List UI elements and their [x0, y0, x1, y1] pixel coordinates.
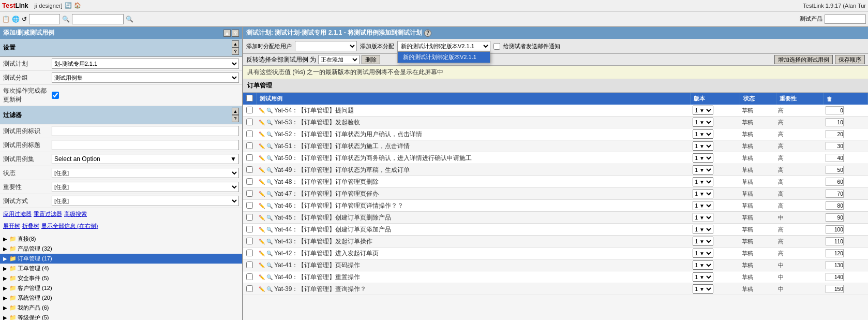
- edit-icon-7[interactable]: ✏️: [259, 191, 265, 197]
- delete-btn[interactable]: 删除: [362, 55, 380, 64]
- score-input-10[interactable]: [826, 225, 844, 234]
- tree-item-1[interactable]: ▶📁产品管理 (32): [0, 244, 242, 254]
- tree-item-6[interactable]: ▶📁系统管理 (20): [0, 293, 242, 303]
- tc-title-input[interactable]: [52, 140, 239, 150]
- row-checkbox-15[interactable]: [246, 285, 253, 292]
- version-select-8[interactable]: 1 ▼: [693, 201, 713, 210]
- apply-filter-link[interactable]: 应用过滤器: [3, 210, 32, 218]
- status-select2[interactable]: 正在添加: [318, 55, 360, 64]
- importance-select[interactable]: [任意]: [52, 182, 239, 192]
- row-checkbox-1[interactable]: [246, 119, 253, 125]
- view-icon-8[interactable]: 🔍: [266, 203, 273, 209]
- view-icon-12[interactable]: 🔍: [266, 251, 273, 256]
- assign-select[interactable]: [295, 41, 357, 51]
- row-checkbox-2[interactable]: [246, 130, 253, 137]
- edit-icon-1[interactable]: ✏️: [259, 120, 265, 125]
- score-input-13[interactable]: [826, 261, 844, 269]
- notify-checkbox[interactable]: [493, 43, 500, 50]
- tree-item-8[interactable]: ▶📁等级保护 (5): [0, 313, 242, 320]
- settings-help-btn[interactable]: ?: [232, 48, 239, 55]
- score-input-5[interactable]: [826, 166, 844, 174]
- edit-icon-8[interactable]: ✏️: [259, 203, 265, 209]
- edit-icon-13[interactable]: ✏️: [259, 263, 265, 268]
- icon-refresh[interactable]: 🔄: [65, 2, 72, 9]
- version-select-6[interactable]: 1 ▼: [693, 177, 713, 186]
- edit-icon-12[interactable]: ✏️: [259, 251, 265, 256]
- filter-collapse-btn[interactable]: ▲: [232, 108, 239, 115]
- filter-help-btn[interactable]: ?: [232, 115, 239, 122]
- version-select-5[interactable]: 1 ▼: [693, 165, 713, 174]
- row-checkbox-13[interactable]: [246, 261, 253, 268]
- advanced-search-link[interactable]: 高级搜索: [64, 210, 87, 218]
- row-checkbox-9[interactable]: [246, 214, 253, 221]
- search-go-icon[interactable]: 🔍: [126, 16, 133, 23]
- version-select-14[interactable]: 1 ▼: [693, 272, 713, 282]
- view-icon-3[interactable]: 🔍: [266, 143, 273, 149]
- tree-item-2[interactable]: ▶📁订单管理 (17): [0, 254, 242, 264]
- view-icon-4[interactable]: 🔍: [266, 155, 273, 161]
- score-input-7[interactable]: [826, 190, 844, 198]
- search-prefix-input[interactable]: Yat-: [29, 14, 60, 24]
- score-input-8[interactable]: [826, 201, 844, 210]
- edit-icon-2[interactable]: ✏️: [259, 132, 265, 137]
- view-icon-11[interactable]: 🔍: [266, 239, 273, 244]
- product-input[interactable]: [825, 14, 866, 24]
- version-select-13[interactable]: 1 ▼: [693, 260, 713, 270]
- edit-icon-15[interactable]: ✏️: [259, 286, 265, 292]
- score-input-15[interactable]: [826, 285, 844, 293]
- tc-suite-dropdown[interactable]: Select an Option ▼: [52, 154, 239, 164]
- score-input-1[interactable]: [826, 118, 844, 126]
- view-icon-10[interactable]: 🔍: [266, 227, 273, 232]
- version-select-11[interactable]: 1 ▼: [693, 237, 713, 246]
- test-plan-select[interactable]: 划-测试专用2.1.1: [52, 59, 239, 69]
- row-checkbox-8[interactable]: [246, 202, 253, 209]
- version-select-3[interactable]: 1 ▼: [693, 141, 713, 151]
- view-icon-0[interactable]: 🔍: [266, 108, 273, 113]
- score-input-6[interactable]: [826, 178, 844, 186]
- row-checkbox-4[interactable]: [246, 154, 253, 161]
- edit-icon-9[interactable]: ✏️: [259, 215, 265, 221]
- edit-icon-6[interactable]: ✏️: [259, 179, 265, 185]
- row-checkbox-10[interactable]: [246, 226, 253, 232]
- version-select-7[interactable]: 1 ▼: [693, 189, 713, 198]
- tree-item-5[interactable]: ▶📁客户管理 (12): [0, 283, 242, 293]
- collapse-tree-link[interactable]: 折叠树: [22, 222, 39, 230]
- row-checkbox-14[interactable]: [246, 273, 253, 280]
- left-panel-help-btn[interactable]: ?: [232, 30, 239, 37]
- view-icon-6[interactable]: 🔍: [266, 179, 273, 185]
- method-select[interactable]: [任意]: [52, 196, 239, 206]
- version-select-15[interactable]: 1 ▼: [693, 284, 713, 294]
- row-checkbox-0[interactable]: [246, 107, 253, 113]
- score-input-4[interactable]: [826, 154, 844, 162]
- view-icon-9[interactable]: 🔍: [266, 215, 273, 221]
- version-item-1[interactable]: 新的测试计划绑定版本V2.1.1: [398, 52, 490, 63]
- version-select-9[interactable]: 1 ▼: [693, 213, 713, 222]
- version-select-4[interactable]: 1 ▼: [693, 153, 713, 163]
- tree-item-0[interactable]: ▶📁直接(8): [0, 234, 242, 244]
- version-select-10[interactable]: 1 ▼: [693, 225, 713, 234]
- tree-item-3[interactable]: ▶📁工单管理 (4): [0, 264, 242, 273]
- edit-icon-3[interactable]: ✏️: [259, 143, 265, 149]
- left-panel-collapse-btn[interactable]: ▲: [223, 30, 231, 37]
- icon-home[interactable]: 🏠: [74, 2, 81, 9]
- row-checkbox-12[interactable]: [246, 250, 253, 256]
- add-btn[interactable]: 增加选择的测试用例: [774, 55, 833, 64]
- right-panel-help-btn[interactable]: ?: [424, 30, 431, 37]
- edit-icon-0[interactable]: ✏️: [259, 108, 265, 113]
- test-group-select[interactable]: 测试用例集: [52, 72, 239, 83]
- reset-filter-link[interactable]: 重置过滤器: [34, 210, 62, 218]
- row-checkbox-3[interactable]: [246, 142, 253, 149]
- tree-item-7[interactable]: ▶📁我的产品 (6): [0, 303, 242, 313]
- row-checkbox-5[interactable]: [246, 166, 253, 173]
- edit-icon-11[interactable]: ✏️: [259, 239, 265, 244]
- show-all-link[interactable]: 显示全部信息 (在右侧): [41, 222, 98, 230]
- score-input-2[interactable]: [826, 130, 844, 138]
- score-input-14[interactable]: [826, 273, 844, 281]
- expand-tree-link[interactable]: 展开树: [3, 222, 20, 230]
- search-input[interactable]: [72, 14, 124, 24]
- version-select-12[interactable]: 1 ▼: [693, 249, 713, 258]
- edit-icon-10[interactable]: ✏️: [259, 227, 265, 232]
- view-icon-15[interactable]: 🔍: [266, 286, 273, 292]
- view-icon-14[interactable]: 🔍: [266, 274, 273, 280]
- edit-icon-14[interactable]: ✏️: [259, 274, 265, 280]
